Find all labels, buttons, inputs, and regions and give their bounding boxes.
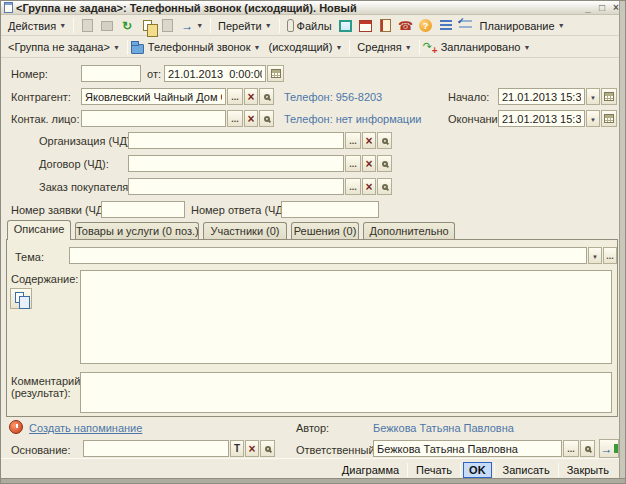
order-clear-button[interactable] xyxy=(362,178,376,195)
close-window-button[interactable]: Закрыть xyxy=(561,463,615,477)
button-separator xyxy=(407,463,408,477)
basis-input[interactable] xyxy=(83,440,229,457)
contact-clear-button[interactable] xyxy=(244,110,258,127)
window-title: <Группа не задана>: Телефонный звонок (и… xyxy=(16,2,581,14)
contract-find-button[interactable] xyxy=(377,155,392,172)
theme-input[interactable] xyxy=(69,247,587,264)
ok-button[interactable]: OK xyxy=(463,462,492,478)
comment-textarea[interactable] xyxy=(80,372,612,413)
counterparty-clear-button[interactable] xyxy=(244,88,258,105)
counterparty-select-button[interactable] xyxy=(227,88,243,105)
group-select-button[interactable]: <Группа не задана>▼ xyxy=(4,39,124,55)
calendar-view-button[interactable] xyxy=(336,17,356,35)
document-date-input[interactable] xyxy=(164,65,266,82)
magnifier-icon xyxy=(264,94,270,100)
content-label: Содержание: xyxy=(11,273,78,285)
contract-clear-button[interactable] xyxy=(362,155,376,172)
response-number-input[interactable] xyxy=(281,201,379,218)
goto-button[interactable]: Перейти▼ xyxy=(214,18,276,34)
order-find-button[interactable] xyxy=(377,178,392,195)
list-settings-button[interactable] xyxy=(456,17,476,35)
theme-dropdown-button[interactable] xyxy=(588,247,602,264)
copy-document-button[interactable] xyxy=(137,17,157,35)
counterparty-label: Контрагент: xyxy=(11,91,71,103)
status-button[interactable]: Запланировано▼ xyxy=(437,39,535,55)
create-based-on-button[interactable]: ▼ xyxy=(177,17,207,35)
order-select-button[interactable] xyxy=(345,178,361,195)
minimize-button[interactable]: _ xyxy=(581,2,595,13)
responsible-find-button[interactable] xyxy=(580,440,595,457)
dial-phone-button[interactable] xyxy=(396,17,416,35)
maximize-button[interactable]: □ xyxy=(595,2,609,13)
author-label: Автор: xyxy=(296,422,329,434)
events-calendar-button[interactable] xyxy=(356,17,376,35)
chevron-down-icon: ▼ xyxy=(558,22,565,29)
end-calendar-button[interactable] xyxy=(601,110,617,127)
tab-decisions[interactable]: Решения (0) xyxy=(291,222,359,240)
contract-select-button[interactable] xyxy=(345,155,361,172)
group-label: <Группа не задана> xyxy=(8,41,110,53)
toolbar-separator xyxy=(279,18,280,33)
request-number-input[interactable] xyxy=(101,201,185,218)
diagram-button[interactable]: Диаграмма xyxy=(336,463,405,477)
theme-label: Тема: xyxy=(15,251,44,263)
contact-phone-info: Телефон: нет информации xyxy=(284,113,421,125)
organization-select-button[interactable] xyxy=(345,132,361,149)
responsible-input[interactable] xyxy=(373,440,562,457)
actions-label: Действия xyxy=(8,20,56,32)
tab-goods-services[interactable]: Товары и услуги (0 поз.) xyxy=(75,222,199,240)
end-datetime-input[interactable] xyxy=(498,110,585,127)
ellipsis-icon xyxy=(606,251,614,261)
comment-label-line1: Комментарий xyxy=(11,375,80,387)
importance-button[interactable]: Средняя▼ xyxy=(353,39,415,55)
create-reminder-link[interactable]: Создать напоминание xyxy=(29,422,142,434)
tab-participants[interactable]: Участники (0) xyxy=(203,222,287,240)
organization-input[interactable] xyxy=(128,132,344,149)
address-book-icon xyxy=(380,19,391,32)
end-dropdown-button[interactable] xyxy=(586,110,600,127)
theme-select-button[interactable] xyxy=(603,247,617,264)
contract-input[interactable] xyxy=(128,155,344,172)
actions-button[interactable]: Действия▼ xyxy=(4,18,70,34)
basis-find-button[interactable] xyxy=(260,440,275,457)
number-input[interactable] xyxy=(81,65,141,82)
start-datetime-input[interactable] xyxy=(498,88,585,105)
list-view-button[interactable] xyxy=(436,17,456,35)
print-button[interactable]: Печать xyxy=(410,463,458,477)
copy-button[interactable] xyxy=(77,17,97,35)
organization-find-button[interactable] xyxy=(377,132,392,149)
counterparty-find-button[interactable] xyxy=(259,88,274,105)
direction-button[interactable]: (исходящий)▼ xyxy=(264,39,346,55)
chevron-down-icon: ▼ xyxy=(254,44,261,51)
counterparty-input[interactable] xyxy=(81,88,226,105)
planning-button[interactable]: Планирование▼ xyxy=(476,18,569,34)
toolbar-separator xyxy=(127,40,128,55)
organization-clear-button[interactable] xyxy=(362,132,376,149)
contact-find-button[interactable] xyxy=(259,110,274,127)
copy-content-button[interactable] xyxy=(10,288,32,309)
clear-x-icon xyxy=(248,442,255,456)
document-date-calendar-button[interactable] xyxy=(267,65,284,82)
reread-button[interactable] xyxy=(117,17,137,35)
files-button[interactable]: Файлы xyxy=(283,17,336,34)
checklist-icon xyxy=(459,20,472,31)
start-dropdown-button[interactable] xyxy=(586,88,600,105)
tab-additional[interactable]: Дополнительно xyxy=(363,222,455,240)
tab-description[interactable]: Описание xyxy=(7,220,71,240)
help-button[interactable] xyxy=(416,17,436,35)
start-calendar-button[interactable] xyxy=(601,88,617,105)
contacts-button[interactable] xyxy=(376,17,396,35)
basis-type-button[interactable] xyxy=(230,440,244,457)
customer-order-input[interactable] xyxy=(128,178,344,195)
contact-select-button[interactable] xyxy=(227,110,243,127)
compare-button[interactable] xyxy=(97,17,117,35)
responsible-open-button[interactable] xyxy=(599,439,619,458)
basis-clear-button[interactable] xyxy=(245,440,259,457)
content-textarea[interactable] xyxy=(80,270,612,364)
contact-person-input[interactable] xyxy=(81,110,226,127)
titlebar: <Группа не задана>: Телефонный звонок (и… xyxy=(1,1,625,15)
clear-button[interactable] xyxy=(157,17,177,35)
save-button[interactable]: Записать xyxy=(497,463,556,477)
event-type-button[interactable]: Телефонный звонок▼ xyxy=(144,39,265,55)
responsible-select-button[interactable] xyxy=(563,440,579,457)
